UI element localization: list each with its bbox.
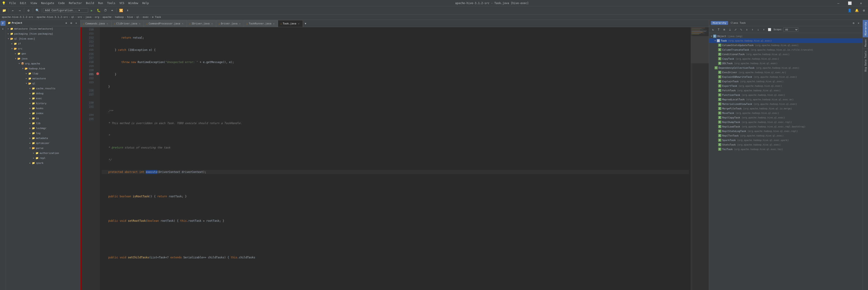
right-vtab-hierarchy[interactable]: Hierarchy bbox=[863, 20, 868, 37]
tree-item-cache-results[interactable]: ▶ 📁 cache.results bbox=[6, 86, 80, 91]
hier-item-ddltask[interactable]: C DDLTask (org.apache.hadoop.hive.ql.exe… bbox=[709, 61, 863, 66]
tree-item-ql2[interactable]: ▼ 📂 ql bbox=[6, 81, 80, 86]
hier-item-replcopytask[interactable]: C ReplCopyTask (org.apache.hadoop.hive.q… bbox=[709, 115, 863, 120]
hier-item-explaintask[interactable]: C ExplainTask (org.apache.hadoop.hive.ql… bbox=[709, 79, 863, 84]
hier-item-explainsqrewritetask[interactable]: C ExplainSQRewriteTask (org.apache.hadoo… bbox=[709, 74, 863, 79]
hier-item-replstatelogtask[interactable]: C ReplStateLogTask (org.apache.hadoop.hi… bbox=[709, 129, 863, 133]
tab-commands[interactable]: ☕ Commands.java ✕ bbox=[81, 20, 112, 27]
tab-class-task[interactable]: Class Task bbox=[729, 21, 747, 25]
tab-close-btn[interactable]: ✕ bbox=[138, 22, 141, 25]
maximize-button[interactable]: ⬜ bbox=[844, 0, 855, 6]
run-config-selector[interactable]: Add Configuration... ▼ bbox=[43, 8, 88, 13]
hier-item-repltxntask[interactable]: C ReplTxnTask (org.apache.hadoop.hive.ql… bbox=[709, 133, 863, 138]
hier-maximize-btn[interactable]: ⬜ bbox=[767, 27, 772, 32]
hier-filter-btn[interactable]: ⊥ bbox=[727, 27, 733, 32]
tree-item-index[interactable]: ▶ 📁 index bbox=[6, 111, 80, 116]
toolbar-forward-btn[interactable]: → bbox=[17, 7, 23, 13]
hier-item-mapredlocaltask[interactable]: C MapredLocalTask (org.apache.hadoop.hiv… bbox=[709, 97, 863, 102]
menu-code[interactable]: Code bbox=[57, 1, 67, 5]
breadcrumb-ql[interactable]: ql bbox=[71, 15, 74, 19]
debug-btn[interactable]: 🐛 bbox=[95, 7, 102, 13]
toolbar-project-view-btn[interactable]: 📁 bbox=[1, 7, 7, 13]
panel-settings-btn[interactable]: ⚙ bbox=[69, 21, 73, 25]
tree-item-lockmgr[interactable]: ▶ 📁 lockmgr bbox=[6, 126, 80, 131]
menu-window[interactable]: Window bbox=[127, 1, 140, 5]
menu-refactor[interactable]: Refactor bbox=[67, 1, 84, 5]
toolbar-back-btn[interactable]: ← bbox=[10, 7, 16, 13]
breadcrumb-apache[interactable]: apache bbox=[102, 15, 112, 19]
hier-item-mergefiletask[interactable]: C MergeFileTask (org.apache.hadoop.hive.… bbox=[709, 106, 863, 111]
hier-item-copytask[interactable]: C CopyTask (org.apache.hadoop.hive.ql.ex… bbox=[709, 57, 863, 61]
tab-close-btn[interactable]: ✕ bbox=[272, 22, 275, 25]
tree-item-gen[interactable]: ▶ 📁 gen bbox=[6, 51, 80, 56]
hier-item-functiontask[interactable]: C FunctionTask (org.apache.hadoop.hive.q… bbox=[709, 93, 863, 97]
menu-help[interactable]: Help bbox=[141, 1, 151, 5]
hier-expand-btn[interactable]: ⤢ bbox=[733, 27, 738, 32]
toolbar-user-btn[interactable]: 👤 bbox=[846, 7, 852, 13]
tree-item-authorization[interactable]: ▶ 📁 authorization bbox=[6, 151, 80, 156]
coverage-btn[interactable]: ☂ bbox=[109, 7, 115, 13]
tabs-more-button[interactable]: ▼ bbox=[303, 20, 308, 27]
hier-item-object[interactable]: ▼ C Object (java.lang) bbox=[709, 34, 863, 38]
menu-vcs[interactable]: VCS bbox=[118, 1, 126, 5]
hier-item-statstask[interactable]: C StatsTask (org.apache.hadoop.hive.ql.e… bbox=[709, 142, 863, 147]
hier-item-sparktask[interactable]: C SparkTask (org.apache.hadoop.hive.ql.e… bbox=[709, 138, 863, 142]
scope-select[interactable]: All Project Module bbox=[783, 28, 798, 32]
breadcrumb-hive[interactable]: hive bbox=[127, 15, 133, 19]
tree-item-org-apache[interactable]: ▼ 📦 org.apache bbox=[6, 61, 80, 66]
hier-item-exporttask[interactable]: C ExportTask (org.apache.hadoop.hive.ql.… bbox=[709, 84, 863, 88]
breadcrumb-src[interactable]: apache-hive-3.1.2-src bbox=[37, 15, 68, 19]
breadcrumb-hadoop[interactable]: hadoop bbox=[115, 15, 124, 19]
tab-taskrunner[interactable]: ☕ TaskRunner.java ✕ bbox=[244, 20, 278, 27]
tree-item-exec[interactable]: ▶ 📁 exec bbox=[6, 96, 80, 101]
tree-item-io[interactable]: ▶ 📁 io bbox=[6, 116, 80, 121]
tab-task[interactable]: ☕ Task.java ✕ bbox=[278, 20, 303, 27]
tree-item-parse[interactable]: ▼ 📂 parse bbox=[6, 146, 80, 151]
toolbar-update-btn[interactable]: ⬇ bbox=[125, 7, 131, 13]
toolbar-search-btn[interactable]: 🔍 bbox=[34, 7, 40, 13]
hier-method-btn[interactable]: m bbox=[722, 27, 727, 32]
hier-refresh-btn[interactable]: ↻ bbox=[710, 27, 715, 32]
hier-item-replloadtask[interactable]: C ReplLoadTask (org.apache.hadoop.hive.q… bbox=[709, 124, 863, 129]
tree-item-repl[interactable]: ▶ 📁 repl bbox=[6, 156, 80, 160]
tab-idriver[interactable]: ☕ IDriver.java ✕ bbox=[187, 20, 216, 27]
hier-item-fetchtask[interactable]: C FetchTask (org.apache.hadoop.hive.ql.e… bbox=[709, 88, 863, 93]
menu-run[interactable]: Run bbox=[96, 1, 105, 5]
toolbar-notifications-btn[interactable]: 🔔 bbox=[854, 7, 860, 13]
breadcrumb-src2[interactable]: src bbox=[78, 15, 82, 19]
tree-item-spark[interactable]: ▶ 📁 spark bbox=[6, 160, 80, 165]
hier-item-repldumptask[interactable]: C ReplDumpTask (org.apache.hadoop.hive.q… bbox=[709, 120, 863, 124]
right-vtab-maven[interactable]: Maven bbox=[863, 37, 868, 49]
tree-item-ql[interactable]: ▼ 📂 ql [hive-exec] bbox=[6, 36, 80, 41]
right-panel-settings-btn[interactable]: ⚙ bbox=[851, 21, 856, 25]
hier-sort-btn[interactable]: ↕ bbox=[744, 27, 749, 32]
tree-item-if[interactable]: ▶ 📁 if bbox=[6, 41, 80, 46]
panel-sync-btn[interactable]: ⊕ bbox=[64, 21, 68, 25]
tree-item-metastore2[interactable]: ▶ 📁 metastore bbox=[6, 76, 80, 81]
menu-edit[interactable]: Edit bbox=[18, 1, 28, 5]
tree-item-hooks[interactable]: ▶ 📁 hooks bbox=[6, 106, 80, 111]
tree-item-java[interactable]: ▼ 📂 java bbox=[6, 56, 80, 61]
menu-navigate[interactable]: Navigate bbox=[39, 1, 56, 5]
menu-build[interactable]: Build bbox=[84, 1, 96, 5]
tab-close-btn[interactable]: ✕ bbox=[238, 22, 241, 25]
breadcrumb-exec[interactable]: exec bbox=[143, 15, 149, 19]
menu-file[interactable]: File bbox=[7, 1, 18, 5]
hier-item-task[interactable]: ▼ C Task (org.apache.hadoop.hive.ql.exec… bbox=[709, 38, 863, 43]
breadcrumb-org[interactable]: org bbox=[95, 15, 99, 19]
hier-item-columntruncatetask[interactable]: C ColumnTruncateTask (org.apache.hadoop.… bbox=[709, 47, 863, 52]
breadcrumb-root[interactable]: apache-hive-3.1.2-src bbox=[2, 15, 33, 19]
tab-close-btn[interactable]: ✕ bbox=[211, 22, 214, 25]
hier-type-btn[interactable]: T bbox=[716, 27, 721, 32]
minimize-button[interactable]: — bbox=[833, 0, 844, 6]
hier-item-teztask[interactable]: C TezTask (org.apache.hadoop.hive.ql.exe… bbox=[709, 147, 863, 152]
hier-item-execdriver[interactable]: C ExecDriver (org.apache.hadoop.hive.ql.… bbox=[709, 70, 863, 74]
tab-close-btn[interactable]: ✕ bbox=[106, 22, 109, 25]
tree-item-optimizer[interactable]: ▶ 📁 optimizer bbox=[6, 140, 80, 146]
hier-item-materializedviewtask[interactable]: C MaterializedViewTask (org.apache.hadoo… bbox=[709, 102, 863, 106]
tree-item-metadata[interactable]: ▶ 📁 metadata bbox=[6, 136, 80, 140]
hier-item-dependencycollectiontask[interactable]: C DependencyCollectionTask (org.apache.h… bbox=[709, 66, 863, 70]
hier-collapse-btn[interactable]: ⤡ bbox=[739, 27, 744, 32]
tree-item-lib[interactable]: ▶ 📁 lib bbox=[6, 121, 80, 126]
menu-view[interactable]: View bbox=[29, 1, 39, 5]
